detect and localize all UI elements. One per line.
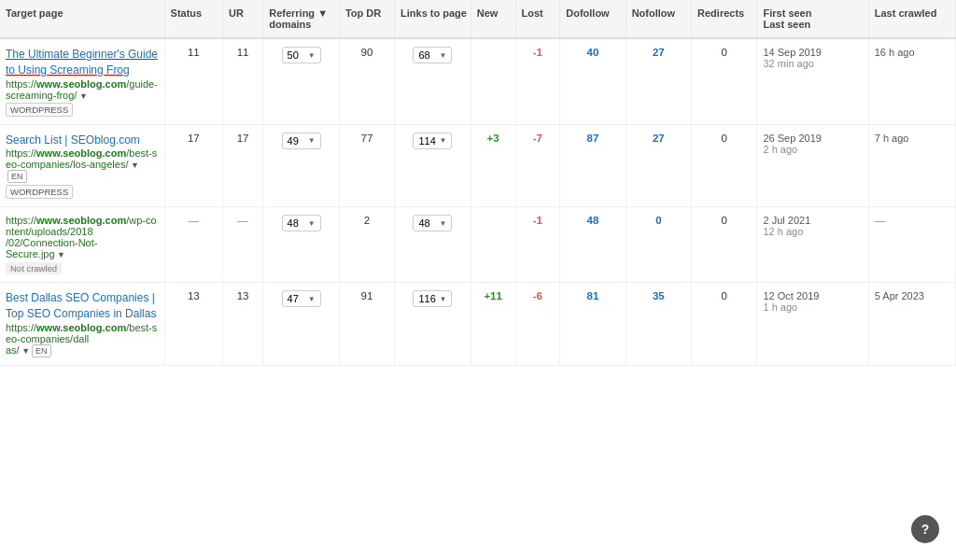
nofollow-cell: 35	[626, 283, 691, 366]
page-url[interactable]: https://www.seoblog.com/guide-screaming-…	[6, 78, 159, 101]
nofollow-value: 27	[653, 47, 665, 58]
status-cell: 11	[164, 38, 222, 124]
col-header-crawled: Last crawled	[868, 0, 955, 38]
links-dropdown[interactable]: 116▼	[413, 290, 452, 307]
col-header-dofollow: Dofollow	[560, 0, 626, 38]
target-cell: The Ultimate Beginner's Guide to Using S…	[0, 38, 164, 124]
links-dropdown[interactable]: 114▼	[413, 133, 452, 149]
dropdown-arrow-icon: ▼	[440, 219, 447, 228]
nofollow-value: 0	[655, 215, 661, 226]
lost-cell: -6	[515, 283, 560, 366]
links-cell: 48▼	[395, 207, 471, 283]
status-value: 11	[188, 47, 200, 58]
cms-badge: WORDPRESS	[6, 185, 73, 199]
last-seen: 1 h ago	[763, 301, 862, 313]
main-table-container: Target page Status UR Referring ▼domains…	[0, 0, 956, 560]
dofollow-cell: 87	[560, 124, 626, 207]
lost-value: -7	[533, 133, 542, 144]
lost-cell: -1	[515, 38, 560, 124]
not-crawled-badge: Not crawled	[6, 262, 62, 274]
lang-badge: EN	[7, 170, 27, 183]
dofollow-value: 48	[587, 215, 599, 226]
last-crawled: 16 h ago	[875, 47, 915, 58]
new-cell	[471, 38, 515, 124]
url-dropdown-arrow[interactable]: ▼	[55, 250, 65, 259]
page-url[interactable]: https://www.seoblog.com/wp-content/uploa…	[6, 215, 159, 259]
last-crawled: —	[875, 215, 886, 226]
url-dropdown-arrow[interactable]: ▼	[128, 161, 138, 170]
help-button[interactable]: ?	[911, 515, 939, 543]
refdom-dropdown[interactable]: 49▼	[282, 133, 321, 149]
refdom-value: 49	[288, 135, 299, 147]
target-cell: https://www.seoblog.com/wp-content/uploa…	[0, 207, 164, 283]
refdom-dropdown[interactable]: 48▼	[282, 215, 321, 231]
refdom-cell: 49▼	[263, 124, 340, 207]
status-cell: —	[164, 207, 222, 283]
topdr-cell: 91	[339, 283, 394, 366]
page-url[interactable]: https://www.seoblog.com/best-seo-compani…	[6, 322, 159, 357]
firstlast-cell: 12 Oct 20191 h ago	[757, 283, 868, 366]
lost-cell: -1	[515, 207, 560, 283]
url-dropdown-arrow[interactable]: ▼	[20, 346, 30, 356]
new-value: +11	[484, 290, 502, 301]
redirects-cell: 0	[692, 124, 757, 207]
new-cell	[471, 207, 515, 283]
redirects-cell: 0	[692, 207, 757, 283]
firstlast-cell: 14 Sep 201932 min ago	[757, 38, 868, 124]
ur-cell: —	[223, 207, 263, 283]
page-url[interactable]: https://www.seoblog.com/best-seo-compani…	[6, 147, 159, 183]
col-header-links: Links to page	[395, 0, 471, 38]
last-seen: 32 min ago	[763, 58, 862, 69]
lost-value: -6	[533, 290, 542, 301]
col-header-target: Target page	[0, 0, 164, 38]
topdr-cell: 90	[339, 38, 394, 124]
table-header-row: Target page Status UR Referring ▼domains…	[0, 0, 956, 38]
topdr-value: 91	[361, 290, 373, 301]
nofollow-cell: 27	[626, 124, 691, 207]
target-cell: Best Dallas SEO Companies | Top SEO Comp…	[0, 283, 164, 366]
dropdown-arrow-icon: ▼	[440, 136, 447, 145]
dropdown-arrow-icon: ▼	[308, 219, 316, 228]
refdom-dropdown[interactable]: 47▼	[282, 290, 321, 307]
crawled-cell: 5 Apr 2023	[868, 283, 955, 366]
ur-value: 13	[237, 290, 249, 301]
lost-value: -1	[533, 215, 542, 226]
url-dropdown-arrow[interactable]: ▼	[77, 91, 87, 101]
refdom-cell: 48▼	[263, 207, 340, 283]
dofollow-value: 87	[587, 133, 599, 144]
col-header-ur: UR	[223, 0, 263, 38]
col-header-redirects: Redirects	[692, 0, 757, 38]
first-seen: 14 Sep 2019	[763, 47, 862, 58]
links-value: 68	[418, 49, 429, 61]
page-title[interactable]: Search List | SEOblog.com	[6, 133, 159, 148]
last-seen: 12 h ago	[763, 226, 862, 237]
page-title[interactable]: The Ultimate Beginner's Guide to Using S…	[6, 47, 159, 78]
crawled-cell: 7 h ago	[868, 124, 955, 207]
table-row: Search List | SEOblog.comhttps://www.seo…	[0, 124, 956, 207]
links-dropdown[interactable]: 48▼	[413, 215, 452, 231]
col-header-refdom[interactable]: Referring ▼domains	[263, 0, 340, 38]
refdom-cell: 47▼	[263, 283, 340, 366]
table-row: The Ultimate Beginner's Guide to Using S…	[0, 38, 956, 124]
backlinks-table: Target page Status UR Referring ▼domains…	[0, 0, 956, 366]
last-crawled: 7 h ago	[875, 133, 909, 144]
status-cell: 17	[164, 124, 222, 207]
ur-value: 17	[237, 133, 249, 144]
refdom-dropdown[interactable]: 50▼	[282, 47, 321, 63]
table-row: https://www.seoblog.com/wp-content/uploa…	[0, 207, 956, 283]
dofollow-cell: 81	[560, 283, 626, 366]
dropdown-arrow-icon: ▼	[308, 295, 316, 303]
new-value: +3	[487, 133, 499, 144]
dofollow-value: 40	[587, 47, 599, 58]
nofollow-value: 27	[653, 133, 665, 144]
redirects-value: 0	[722, 47, 727, 58]
status-value: 13	[188, 290, 200, 301]
crawled-cell: —	[868, 207, 955, 283]
col-header-firstlast: First seenLast seen	[757, 0, 868, 38]
page-title[interactable]: Best Dallas SEO Companies | Top SEO Comp…	[6, 290, 159, 322]
target-cell: Search List | SEOblog.comhttps://www.seo…	[0, 124, 164, 207]
lang-badge: EN	[32, 344, 51, 357]
last-seen: 2 h ago	[763, 144, 862, 155]
ur-value: —	[237, 215, 248, 226]
links-dropdown[interactable]: 68▼	[413, 47, 452, 63]
